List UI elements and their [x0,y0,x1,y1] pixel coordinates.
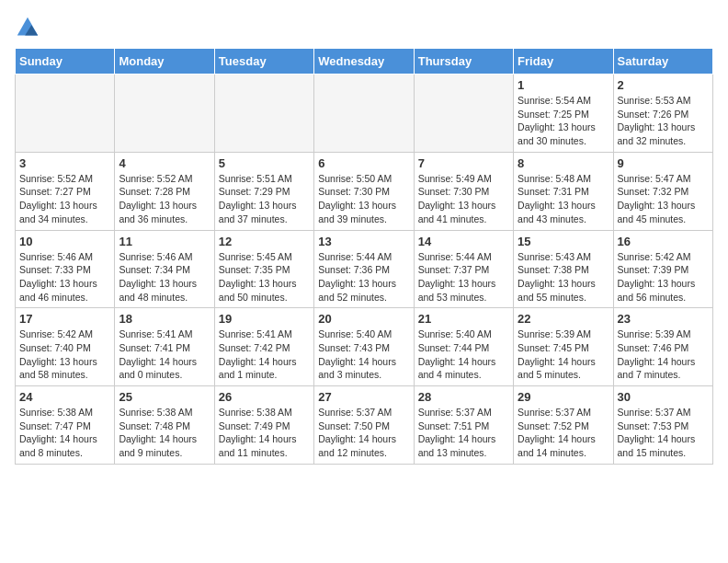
day-info: Sunrise: 5:45 AMSunset: 7:35 PMDaylight:… [219,250,310,304]
day-info: Sunrise: 5:52 AMSunset: 7:27 PMDaylight:… [19,172,110,226]
day-info: Sunrise: 5:41 AMSunset: 7:41 PMDaylight:… [119,327,210,382]
day-number: 18 [119,312,210,326]
day-number: 19 [219,312,310,326]
day-info: Sunrise: 5:53 AMSunset: 7:26 PMDaylight:… [618,94,709,148]
day-number: 4 [119,156,210,170]
calendar-day-cell: 15Sunrise: 5:43 AMSunset: 7:38 PMDayligh… [514,230,613,308]
calendar-day-header: Tuesday [214,49,313,75]
day-number: 28 [418,390,509,404]
calendar-day-cell: 30Sunrise: 5:37 AMSunset: 7:53 PMDayligh… [613,386,712,465]
calendar-day-cell: 9Sunrise: 5:47 AMSunset: 7:32 PMDaylight… [613,152,712,230]
day-info: Sunrise: 5:51 AMSunset: 7:29 PMDaylight:… [219,172,310,226]
day-number: 10 [19,235,110,248]
calendar-day-cell: 5Sunrise: 5:51 AMSunset: 7:29 PMDaylight… [214,152,313,230]
day-number: 30 [618,390,709,404]
calendar-day-cell: 22Sunrise: 5:39 AMSunset: 7:45 PMDayligh… [514,308,613,386]
day-number: 2 [618,78,709,92]
calendar-day-cell: 6Sunrise: 5:50 AMSunset: 7:30 PMDaylight… [314,152,414,230]
calendar-day-cell: 19Sunrise: 5:41 AMSunset: 7:42 PMDayligh… [214,308,313,386]
calendar-day-cell: 16Sunrise: 5:42 AMSunset: 7:39 PMDayligh… [613,230,712,308]
calendar-day-header: Sunday [16,49,115,75]
calendar-table: SundayMondayTuesdayWednesdayThursdayFrid… [15,48,713,465]
calendar-day-cell: 26Sunrise: 5:38 AMSunset: 7:49 PMDayligh… [214,386,313,465]
calendar-day-cell: 23Sunrise: 5:39 AMSunset: 7:46 PMDayligh… [613,308,712,386]
calendar-day-cell: 27Sunrise: 5:37 AMSunset: 7:50 PMDayligh… [314,386,414,465]
day-info: Sunrise: 5:52 AMSunset: 7:28 PMDaylight:… [119,172,210,226]
logo-icon [15,15,40,40]
day-info: Sunrise: 5:38 AMSunset: 7:49 PMDaylight:… [219,406,310,460]
day-number: 27 [318,390,409,404]
day-info: Sunrise: 5:37 AMSunset: 7:51 PMDaylight:… [418,406,509,460]
day-info: Sunrise: 5:46 AMSunset: 7:34 PMDaylight:… [119,250,210,304]
calendar-day-cell [314,75,414,153]
day-number: 8 [518,156,609,170]
calendar-day-cell: 3Sunrise: 5:52 AMSunset: 7:27 PMDaylight… [16,152,115,230]
day-number: 29 [518,390,609,404]
calendar-day-header: Saturday [613,49,712,75]
day-info: Sunrise: 5:49 AMSunset: 7:30 PMDaylight:… [418,172,509,226]
day-info: Sunrise: 5:37 AMSunset: 7:50 PMDaylight:… [318,406,409,460]
day-info: Sunrise: 5:44 AMSunset: 7:37 PMDaylight:… [418,250,509,304]
calendar-day-cell: 25Sunrise: 5:38 AMSunset: 7:48 PMDayligh… [115,386,214,465]
calendar-day-header: Wednesday [314,49,414,75]
calendar-day-header: Thursday [414,49,513,75]
calendar-week-row: 10Sunrise: 5:46 AMSunset: 7:33 PMDayligh… [16,230,713,308]
day-number: 7 [418,156,509,170]
calendar-day-cell: 8Sunrise: 5:48 AMSunset: 7:31 PMDaylight… [514,152,613,230]
calendar-day-cell: 28Sunrise: 5:37 AMSunset: 7:51 PMDayligh… [414,386,513,465]
calendar-day-cell: 4Sunrise: 5:52 AMSunset: 7:28 PMDaylight… [115,152,214,230]
calendar-day-cell: 11Sunrise: 5:46 AMSunset: 7:34 PMDayligh… [115,230,214,308]
day-info: Sunrise: 5:46 AMSunset: 7:33 PMDaylight:… [19,250,110,304]
day-number: 26 [219,390,310,404]
day-info: Sunrise: 5:47 AMSunset: 7:32 PMDaylight:… [618,172,709,226]
day-number: 13 [318,235,409,248]
day-info: Sunrise: 5:38 AMSunset: 7:48 PMDaylight:… [119,406,210,460]
day-number: 5 [219,156,310,170]
calendar-day-cell: 18Sunrise: 5:41 AMSunset: 7:41 PMDayligh… [115,308,214,386]
day-number: 17 [19,312,110,326]
page-header [15,15,713,40]
day-number: 22 [518,312,609,326]
day-info: Sunrise: 5:50 AMSunset: 7:30 PMDaylight:… [318,172,409,226]
calendar-day-cell: 2Sunrise: 5:53 AMSunset: 7:26 PMDaylight… [613,75,712,153]
day-info: Sunrise: 5:37 AMSunset: 7:52 PMDaylight:… [518,406,609,460]
logo [15,15,44,40]
calendar-day-cell: 1Sunrise: 5:54 AMSunset: 7:25 PMDaylight… [514,75,613,153]
day-info: Sunrise: 5:40 AMSunset: 7:44 PMDaylight:… [418,327,509,382]
day-info: Sunrise: 5:39 AMSunset: 7:46 PMDaylight:… [618,327,709,382]
day-number: 24 [19,390,110,404]
day-number: 11 [119,235,210,248]
calendar-day-cell [414,75,513,153]
calendar-day-header: Friday [514,49,613,75]
day-number: 9 [618,156,709,170]
day-info: Sunrise: 5:42 AMSunset: 7:40 PMDaylight:… [19,327,110,382]
day-number: 21 [418,312,509,326]
day-number: 1 [518,78,609,92]
calendar-day-cell: 21Sunrise: 5:40 AMSunset: 7:44 PMDayligh… [414,308,513,386]
day-number: 25 [119,390,210,404]
day-number: 16 [618,235,709,248]
calendar-week-row: 1Sunrise: 5:54 AMSunset: 7:25 PMDaylight… [16,75,713,153]
calendar-day-header: Monday [115,49,214,75]
day-number: 20 [318,312,409,326]
day-number: 12 [219,235,310,248]
day-info: Sunrise: 5:43 AMSunset: 7:38 PMDaylight:… [518,250,609,304]
calendar-day-cell: 13Sunrise: 5:44 AMSunset: 7:36 PMDayligh… [314,230,414,308]
day-number: 3 [19,156,110,170]
calendar-day-cell [214,75,313,153]
day-info: Sunrise: 5:41 AMSunset: 7:42 PMDaylight:… [219,327,310,382]
calendar-day-cell: 7Sunrise: 5:49 AMSunset: 7:30 PMDaylight… [414,152,513,230]
calendar-day-cell: 17Sunrise: 5:42 AMSunset: 7:40 PMDayligh… [16,308,115,386]
calendar-day-cell: 29Sunrise: 5:37 AMSunset: 7:52 PMDayligh… [514,386,613,465]
day-info: Sunrise: 5:38 AMSunset: 7:47 PMDaylight:… [19,406,110,460]
calendar-week-row: 17Sunrise: 5:42 AMSunset: 7:40 PMDayligh… [16,308,713,386]
calendar-day-cell: 10Sunrise: 5:46 AMSunset: 7:33 PMDayligh… [16,230,115,308]
day-number: 23 [618,312,709,326]
day-info: Sunrise: 5:44 AMSunset: 7:36 PMDaylight:… [318,250,409,304]
calendar-week-row: 24Sunrise: 5:38 AMSunset: 7:47 PMDayligh… [16,386,713,465]
calendar-day-cell: 12Sunrise: 5:45 AMSunset: 7:35 PMDayligh… [214,230,313,308]
calendar-day-cell: 20Sunrise: 5:40 AMSunset: 7:43 PMDayligh… [314,308,414,386]
calendar-day-cell: 24Sunrise: 5:38 AMSunset: 7:47 PMDayligh… [16,386,115,465]
day-number: 14 [418,235,509,248]
calendar-week-row: 3Sunrise: 5:52 AMSunset: 7:27 PMDaylight… [16,152,713,230]
